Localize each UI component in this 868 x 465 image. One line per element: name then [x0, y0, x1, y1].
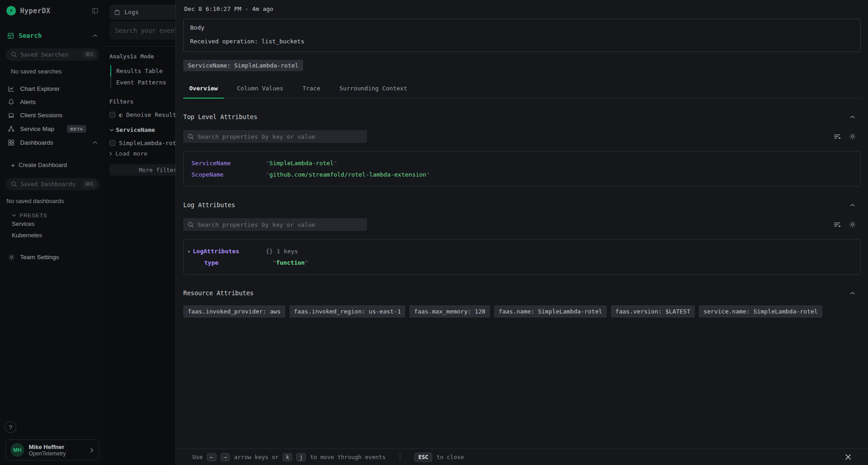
caret-down-icon[interactable] — [187, 249, 193, 255]
nav-label: Chart Explorer — [20, 85, 60, 92]
preset-item-services[interactable]: Services — [0, 218, 105, 230]
key-arrow-right: → — [221, 453, 230, 461]
resource-chip[interactable]: faas.version: $LATEST — [611, 305, 695, 318]
service-map-icon — [7, 125, 15, 132]
saved-dashboards-input[interactable] — [21, 181, 79, 188]
key-j: j — [296, 453, 306, 461]
tab-column-values[interactable]: Column Values — [231, 85, 289, 99]
attr-key[interactable]: ServiceName — [191, 160, 266, 167]
resource-chip[interactable]: faas.invoked_region: us-east-1 — [289, 305, 406, 318]
collapse-section-icon[interactable] — [850, 204, 861, 207]
section-log-attributes: Log Attributes — [183, 201, 861, 275]
saved-searches-search[interactable]: ⌘K — [5, 48, 99, 61]
chevron-up-icon[interactable] — [93, 141, 98, 144]
command-k-shortcut: ⌘K — [83, 180, 96, 188]
logs-source-icon — [114, 9, 120, 16]
service-name-tag[interactable]: ServiceName: SimpleLambda-rotel — [183, 60, 303, 71]
denoise-checkbox[interactable] — [109, 112, 115, 118]
tab-trace[interactable]: Trace — [296, 85, 326, 99]
more-filters-button[interactable]: More filters — [109, 164, 176, 176]
section-title: Top Level Attributes — [183, 113, 258, 120]
event-search-input[interactable] — [115, 27, 176, 34]
denoise-results-filter[interactable]: ◐ Denoise Results — [109, 111, 176, 118]
user-meta: Mike Heffner OpenTelemetry — [29, 444, 66, 457]
resource-chip[interactable]: faas.invoked_provider: aws — [183, 305, 285, 318]
wrap-lines-icon[interactable] — [833, 221, 841, 228]
team-settings-label: Team Settings — [20, 254, 59, 261]
sidebar: ⚡ HyperDX Search ⌘K No saved searches Ch… — [0, 0, 105, 465]
section-title: Log Attributes — [183, 201, 235, 209]
logattributes-tree-root: LogAttributes {}1 keys — [184, 246, 860, 257]
denoise-icon: ◐ — [119, 111, 123, 118]
facet-value-checkbox[interactable] — [109, 140, 115, 146]
footer-move-text: to move through events — [310, 454, 386, 460]
attr-key[interactable]: ScopeName — [191, 171, 266, 178]
settings-gear-icon[interactable] — [849, 133, 856, 140]
chevron-up-icon[interactable] — [93, 34, 98, 37]
alerts-bell-icon — [7, 99, 15, 105]
search-section-label: Search — [19, 32, 42, 39]
event-timestamp: Dec 8 6:10:27 PM · 4m ago — [183, 5, 861, 12]
analysis-mode-label: Analysis Mode — [109, 53, 176, 60]
log-attributes-table: LogAttributes {}1 keys type function — [183, 239, 861, 275]
sidebar-item-service-map[interactable]: Service Map BETA — [0, 122, 105, 136]
sidebar-item-dashboards[interactable]: Dashboards — [0, 136, 105, 149]
attr-value[interactable]: SimpleLambda-rotel — [266, 160, 337, 167]
filters-label: Filters — [109, 98, 176, 105]
collapse-sidebar-icon[interactable] — [92, 7, 98, 14]
collapse-section-icon[interactable] — [850, 292, 861, 295]
saved-dashboards-search[interactable]: ⌘K — [5, 178, 99, 190]
facet-servicename-toggle[interactable]: ServiceName — [109, 126, 176, 133]
close-icon[interactable] — [845, 454, 852, 460]
section-title: Resource Attributes — [183, 289, 253, 297]
body-value: Received operation: list_buckets — [190, 38, 854, 45]
attr-key[interactable]: type — [204, 259, 273, 266]
event-detail-panel: Dec 8 6:10:27 PM · 4m ago Body Received … — [176, 0, 868, 465]
log-attributes-search-input[interactable] — [197, 221, 362, 228]
mode-results-table[interactable]: Results Table — [110, 65, 176, 77]
resource-chip[interactable]: faas.max_memory: 128 — [409, 305, 490, 318]
attr-row-servicename: ServiceName SimpleLambda-rotel — [184, 157, 860, 169]
resource-chip[interactable]: faas.name: SimpleLambda-rotel — [494, 305, 607, 318]
chevron-right-icon — [90, 448, 93, 453]
sidebar-item-client-sessions[interactable]: Client Sessions — [0, 109, 105, 122]
footer-use-text: Use — [192, 454, 203, 460]
no-saved-searches-text: No saved searches — [0, 61, 105, 75]
sidebar-section-search[interactable]: Search — [0, 32, 105, 39]
tab-surrounding-context[interactable]: Surrounding Context — [334, 85, 413, 99]
load-more-button[interactable]: Load more — [109, 150, 176, 157]
mode-event-patterns[interactable]: Event Patterns — [110, 77, 176, 88]
help-button[interactable]: ? — [5, 421, 16, 433]
braces-icon: {} — [266, 248, 273, 255]
search-icon — [11, 181, 17, 187]
top-level-search-input[interactable] — [197, 133, 362, 140]
attr-value[interactable]: function — [273, 259, 308, 266]
dashboards-grid-icon — [7, 139, 15, 146]
logo-row: ⚡ HyperDX — [0, 0, 105, 16]
sidebar-item-chart-explorer[interactable]: Chart Explorer — [0, 82, 105, 95]
tab-overview[interactable]: Overview — [183, 85, 224, 99]
presets-toggle[interactable]: PRESETS — [0, 213, 105, 218]
search-icon — [11, 52, 17, 57]
settings-gear-icon[interactable] — [849, 221, 856, 228]
create-dashboard-label: Create Dashboard — [19, 162, 67, 168]
app-title: HyperDX — [20, 7, 51, 15]
user-menu[interactable]: MH Mike Heffner OpenTelemetry — [5, 439, 99, 460]
sidebar-item-team-settings[interactable]: Team Settings — [0, 254, 105, 261]
attr-value[interactable]: github.com/streamfold/rotel-lambda-exten… — [266, 171, 430, 178]
saved-searches-input[interactable] — [21, 51, 79, 58]
source-selector[interactable]: Logs — [109, 5, 176, 20]
collapse-section-icon[interactable] — [850, 115, 861, 119]
event-search[interactable] — [109, 21, 176, 40]
resource-chip[interactable]: service.name: SimpleLambda-rotel — [699, 305, 822, 318]
facet-value-row[interactable]: SimpleLambda-rotel — [109, 140, 176, 146]
sidebar-item-alerts[interactable]: Alerts — [0, 95, 105, 109]
search-icon — [188, 134, 194, 140]
log-attributes-search[interactable] — [183, 218, 367, 231]
preset-item-kubernetes[interactable]: Kubernetes — [0, 230, 105, 241]
user-name: Mike Heffner — [29, 444, 66, 450]
create-dashboard-button[interactable]: Create Dashboard — [0, 161, 105, 169]
top-level-search[interactable] — [183, 130, 367, 143]
tree-root-key[interactable]: LogAttributes — [193, 248, 266, 255]
wrap-lines-icon[interactable] — [833, 133, 841, 140]
